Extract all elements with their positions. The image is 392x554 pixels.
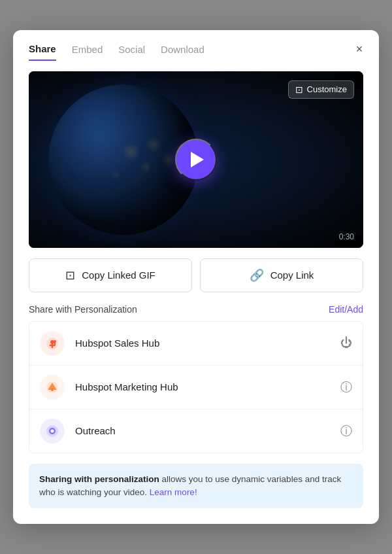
hubspot-sales-action[interactable]: ⏻	[340, 336, 352, 350]
hubspot-marketing-action[interactable]: ⓘ	[340, 379, 352, 395]
close-button[interactable]: ×	[350, 41, 368, 59]
action-buttons: ⊡ Copy Linked GIF 🔗 Copy Link	[29, 258, 363, 292]
tab-bar: Share Embed Social Download	[29, 43, 363, 61]
tab-social[interactable]: Social	[118, 43, 145, 61]
integration-item-hubspot-marketing: Hubspot Marketing Hub ⓘ	[29, 366, 363, 409]
gif-icon: ⊡	[65, 268, 75, 283]
copy-link-button[interactable]: 🔗 Copy Link	[200, 258, 363, 292]
tab-embed[interactable]: Embed	[72, 43, 103, 61]
video-background: ⊡ Customize 0:30	[29, 71, 363, 248]
customize-label: Customize	[307, 84, 347, 94]
outreach-icon	[40, 419, 65, 443]
hubspot-sales-icon	[40, 331, 65, 356]
copy-gif-button[interactable]: ⊡ Copy Linked GIF	[29, 258, 192, 292]
edit-add-link[interactable]: Edit/Add	[329, 304, 363, 315]
info-bold-text: Sharing with personalization	[39, 474, 159, 484]
svg-point-8	[51, 389, 54, 391]
integration-list: Hubspot Sales Hub ⏻ Hubspot Marketing Hu…	[29, 321, 363, 453]
integration-item-hubspot-sales: Hubspot Sales Hub ⏻	[29, 322, 363, 366]
outreach-name: Outreach	[75, 425, 340, 436]
outreach-action[interactable]: ⓘ	[340, 423, 352, 439]
hubspot-marketing-icon	[40, 375, 65, 400]
outreach-svg	[46, 424, 59, 438]
play-icon	[191, 152, 204, 167]
copy-gif-label: Copy Linked GIF	[82, 269, 155, 281]
hubspot-sales-svg	[46, 337, 59, 350]
hubspot-marketing-svg	[46, 381, 59, 394]
tab-share[interactable]: Share	[29, 43, 56, 61]
share-modal: × Share Embed Social Download ⊡ Customiz…	[13, 30, 379, 525]
copy-link-label: Copy Link	[270, 269, 314, 281]
customize-button[interactable]: ⊡ Customize	[288, 80, 354, 99]
svg-point-11	[51, 429, 54, 432]
info-box: Sharing with personalization allows you …	[29, 464, 363, 509]
link-icon: 🔗	[250, 268, 264, 283]
personalization-header: Share with Personalization Edit/Add	[29, 304, 363, 315]
video-player[interactable]: ⊡ Customize 0:30	[29, 71, 363, 248]
learn-more-link[interactable]: Learn more!	[150, 487, 197, 497]
play-button[interactable]	[175, 139, 217, 181]
hubspot-marketing-name: Hubspot Marketing Hub	[75, 381, 340, 392]
video-timestamp: 0:30	[339, 232, 354, 241]
hubspot-sales-name: Hubspot Sales Hub	[75, 338, 340, 349]
image-icon: ⊡	[295, 84, 303, 95]
personalization-title: Share with Personalization	[29, 304, 137, 315]
tab-download[interactable]: Download	[161, 43, 204, 61]
integration-item-outreach: Outreach ⓘ	[29, 409, 363, 453]
